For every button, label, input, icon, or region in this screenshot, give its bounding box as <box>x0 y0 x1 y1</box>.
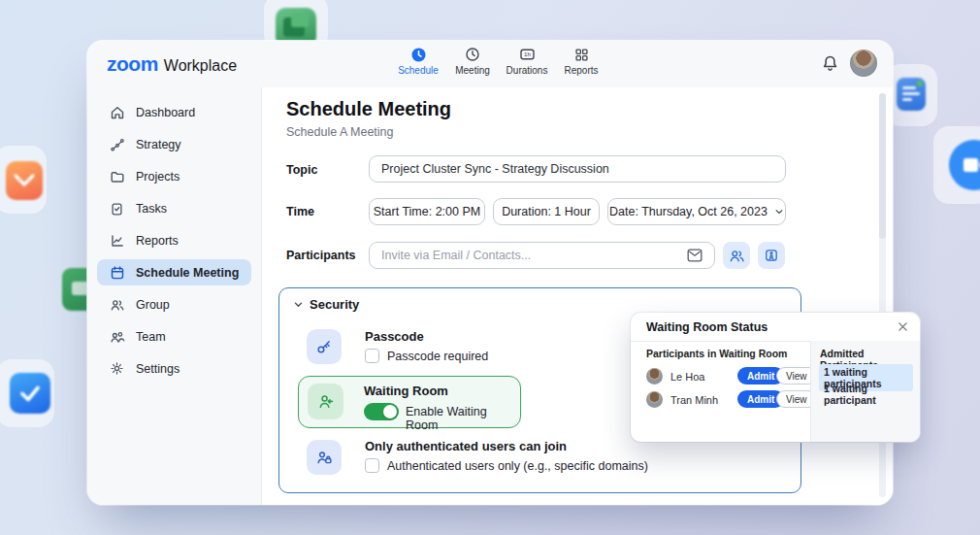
key-icon <box>307 329 342 364</box>
person-upload-icon <box>764 248 779 263</box>
admitted-participants-column: Admitted Participants 1 waiting particip… <box>810 341 920 442</box>
clock-icon <box>465 46 480 63</box>
logo-zoom-text: zoom <box>107 52 158 76</box>
notifications-bell-icon[interactable] <box>821 54 840 74</box>
chevron-down-icon <box>293 299 304 310</box>
import-contacts-button[interactable] <box>758 242 785 269</box>
participant-name: Le Hoa <box>670 371 704 383</box>
auth-users-checkbox[interactable] <box>365 458 379 473</box>
nav-tab-durations[interactable]: 1h Durations <box>505 46 549 76</box>
duration-1h-icon: 1h <box>519 46 536 63</box>
sidebar-item-label: Team <box>136 330 166 344</box>
sidebar-item-group[interactable]: Group <box>97 291 251 318</box>
sidebar-item-label: Tasks <box>136 202 167 216</box>
waiting-participant-row: Tran Minh Admit View <box>631 389 810 411</box>
passcode-checkbox-row: Passcode required <box>365 349 488 363</box>
waiting-heading: Participants in Waiting Room <box>646 348 787 359</box>
sidebar-item-reports[interactable]: Reports <box>97 227 251 253</box>
participant-name: Tran Minh <box>670 394 718 406</box>
passcode-checkbox[interactable] <box>365 349 379 363</box>
nav-tab-label: Meeting <box>455 65 490 76</box>
sidebar: Dashboard Strategy Projects Tasks Report… <box>87 87 262 505</box>
security-title: Security <box>310 297 359 312</box>
nav-tab-label: Durations <box>506 65 548 76</box>
main-content: Schedule Meeting Schedule A Meeting Topi… <box>262 87 893 505</box>
person-lock-icon <box>307 440 342 475</box>
sidebar-item-label: Strategy <box>136 138 181 151</box>
sidebar-item-tasks[interactable]: Tasks <box>97 195 251 221</box>
sidebar-item-settings[interactable]: Settings <box>97 355 251 382</box>
chevron-down-icon <box>774 207 784 217</box>
clock-filled-icon <box>410 46 427 63</box>
sidebar-item-projects[interactable]: Projects <box>97 163 251 189</box>
waiting-participant-row: Le Hoa Admit View <box>631 366 810 387</box>
sidebar-item-schedule-meeting[interactable]: Schedule Meeting <box>97 259 251 285</box>
grid-icon <box>574 46 589 63</box>
waiting-room-title: Waiting Room <box>364 384 448 398</box>
user-avatar[interactable] <box>850 50 877 77</box>
start-time-picker[interactable]: Start Time: 2:00 PM <box>369 198 485 225</box>
person-enter-icon <box>308 384 343 419</box>
sidebar-item-label: Dashboard <box>136 106 195 119</box>
duration-value: Duration: 1 Hour <box>502 205 591 218</box>
app-header: zoom Workplace Schedule Meeting <box>87 41 893 88</box>
passcode-checkbox-label: Passcode required <box>387 350 488 363</box>
time-label: Time <box>286 205 314 218</box>
close-icon[interactable] <box>897 320 909 333</box>
page-title: Schedule Meeting <box>286 98 451 120</box>
folder-icon <box>110 169 125 184</box>
sidebar-item-label: Settings <box>136 362 180 376</box>
sidebar-item-team[interactable]: Team <box>97 323 251 350</box>
sidebar-item-strategy[interactable]: Strategy <box>97 131 251 157</box>
sidebar-item-label: Reports <box>136 234 179 248</box>
page-subtitle: Schedule A Meeting <box>286 125 394 139</box>
clipboard-check-icon <box>110 201 125 217</box>
date-value: Date: Thursday, Oct 26, 2023 <box>609 205 768 218</box>
svg-text:1h: 1h <box>524 50 531 57</box>
sidebar-item-label: Schedule Meeting <box>136 266 239 280</box>
waiting-room-toggle-label: Enable Waiting Room <box>406 405 520 432</box>
auth-users-title: Only authenticated users can join <box>365 439 567 453</box>
home-icon <box>110 105 125 120</box>
invite-input[interactable] <box>369 242 715 269</box>
passcode-title: Passcode <box>365 329 424 344</box>
participant-avatar <box>646 391 663 408</box>
topic-label: Topic <box>286 163 317 177</box>
chat-app-icon <box>897 78 926 111</box>
calendar-icon <box>110 265 125 281</box>
date-picker[interactable]: Date: Thursday, Oct 26, 2023 <box>607 198 786 225</box>
duration-picker[interactable]: Duration: 1 Hour <box>493 198 600 225</box>
people-icon <box>729 248 745 264</box>
admitted-item[interactable]: 1 waiting participant <box>819 381 913 408</box>
nav-tab-reports[interactable]: Reports <box>559 46 604 76</box>
sidebar-item-label: Group <box>136 298 170 312</box>
waiting-room-toggle[interactable] <box>364 403 399 420</box>
toggle-knob <box>383 405 397 418</box>
gear-icon <box>110 361 125 377</box>
nav-tab-label: Reports <box>564 65 598 76</box>
mail-icon <box>687 249 702 262</box>
nav-tab-meeting[interactable]: Meeting <box>450 46 495 76</box>
nav-tab-label: Schedule <box>398 65 439 76</box>
panel-header: Waiting Room Status <box>631 313 920 342</box>
topic-input[interactable] <box>369 155 786 183</box>
nav-tab-schedule[interactable]: Schedule <box>396 46 441 76</box>
mail-app-icon <box>6 161 43 200</box>
contacts-button[interactable] <box>723 242 750 269</box>
start-time-value: Start Time: 2:00 PM <box>374 205 480 218</box>
chart-icon <box>110 233 125 249</box>
sidebar-item-dashboard[interactable]: Dashboard <box>97 99 251 125</box>
waiting-room-option: Waiting Room Enable Waiting Room <box>298 376 521 428</box>
team-icon <box>110 329 125 345</box>
waiting-room-status-panel: Waiting Room Status Participants in Wait… <box>631 313 920 442</box>
waiting-participants-column: Participants in Waiting Room Le Hoa Admi… <box>631 341 810 442</box>
scrollbar-thumb[interactable] <box>879 93 886 239</box>
participant-avatar <box>646 368 663 385</box>
zoom-workplace-logo: zoom Workplace <box>107 52 237 76</box>
security-section-header[interactable]: Security <box>293 297 359 312</box>
logo-workplace-text: Workplace <box>164 57 237 75</box>
participants-label: Participants <box>286 249 356 262</box>
trend-icon <box>110 137 125 152</box>
people-icon <box>110 297 125 313</box>
panel-title: Waiting Room Status <box>646 320 768 334</box>
